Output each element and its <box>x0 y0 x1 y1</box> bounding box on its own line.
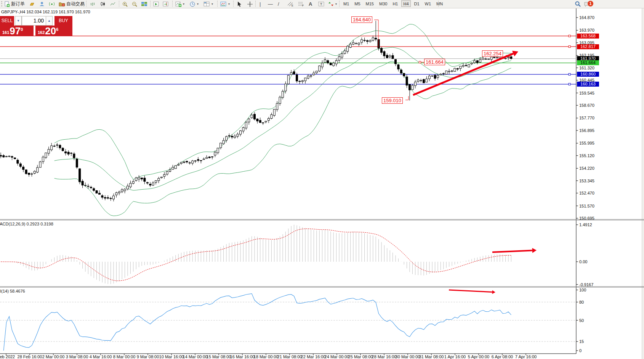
candle <box>169 170 171 171</box>
price-annotation-161.664[interactable]: 161.664 <box>424 59 445 65</box>
new-order-button[interactable]: 新订单 <box>4 0 25 8</box>
autotrade-button[interactable]: 自动交易 <box>59 0 85 8</box>
notification-badge[interactable]: 1 <box>588 1 593 6</box>
horizontal-line-icon: — <box>268 0 273 8</box>
line-chart-button[interactable] <box>110 0 116 8</box>
candle <box>265 121 267 122</box>
candle <box>426 79 428 82</box>
candle <box>28 173 30 175</box>
x-axis-date-label: 24 Mar 00:00 <box>325 354 349 359</box>
fibonacci-tool[interactable]: F <box>298 0 304 8</box>
chart-styles-button[interactable]: ▾ <box>220 0 230 8</box>
buy-price-display[interactable]: 162 20 6 <box>35 26 72 36</box>
hline-handle[interactable] <box>569 46 570 48</box>
equidistant-channel-tool[interactable]: E <box>287 0 294 8</box>
timeframe-d1[interactable]: D1 <box>412 0 421 7</box>
indicators-button[interactable]: ▾ <box>175 0 184 8</box>
candle <box>347 46 349 52</box>
crosshair-icon <box>247 1 253 7</box>
candle <box>442 74 444 74</box>
candle <box>180 162 182 163</box>
signals-button[interactable] <box>49 0 55 8</box>
zoom-out-button[interactable] <box>131 0 138 8</box>
x-axis-date-label: Feb 2022 <box>0 354 15 359</box>
trendline-icon: / <box>278 0 279 8</box>
timeframe-m15[interactable]: M15 <box>364 0 376 7</box>
chart-shift-icon <box>163 1 169 7</box>
candle <box>445 71 447 74</box>
candle <box>90 187 92 188</box>
timeframe-w1[interactable]: W1 <box>423 0 433 7</box>
x-axis-date-label: 1 Apr 16:00 <box>444 354 466 359</box>
timeframe-h4[interactable]: H4 <box>401 0 410 7</box>
tile-windows-button[interactable] <box>141 0 147 8</box>
vertical-line-tool[interactable]: | <box>260 0 261 8</box>
chart-shift-button[interactable] <box>163 0 169 8</box>
buy-button[interactable]: BUY <box>54 16 72 26</box>
sell-button[interactable]: SELL <box>0 16 14 26</box>
timeframe-mn[interactable]: MN <box>434 0 445 7</box>
volume-up-button[interactable]: ▲ <box>46 16 53 26</box>
search-button[interactable] <box>575 0 581 8</box>
auto-scroll-button[interactable] <box>153 0 159 8</box>
candlestick-chart-button[interactable] <box>100 0 106 8</box>
y-axis-tick: 157.770 <box>579 116 594 120</box>
candle <box>285 84 287 91</box>
text-tool[interactable]: A <box>309 0 312 8</box>
chart-styles-icon <box>220 1 227 7</box>
gold-button[interactable] <box>29 0 35 8</box>
price-annotation-159.010[interactable]: 159.010 <box>382 97 403 104</box>
horizontal-line-tool[interactable]: — <box>268 0 273 8</box>
candle <box>82 181 83 185</box>
timeframe-m1[interactable]: M1 <box>341 0 351 7</box>
trendline-tool[interactable]: / <box>278 0 279 8</box>
timeframe-h1[interactable]: H1 <box>391 0 400 7</box>
x-axis-date-label: 10 Mar 16:00 <box>159 354 184 359</box>
line-chart-icon <box>110 1 116 7</box>
templates-icon <box>203 1 210 7</box>
hline-handle[interactable] <box>569 35 570 37</box>
zoom-in-button[interactable] <box>122 0 128 8</box>
volume-down-button[interactable]: ▼ <box>15 16 22 26</box>
hline-handle[interactable] <box>569 73 570 75</box>
candle <box>11 156 13 157</box>
timeframe-m5[interactable]: M5 <box>352 0 362 7</box>
bar-chart-button[interactable] <box>90 0 96 8</box>
trend-arrow[interactable] <box>449 290 492 292</box>
community-button[interactable] <box>39 0 45 8</box>
x-axis-date-label: 3 Mar 08:00 <box>66 354 88 359</box>
periods-button[interactable]: ▾ <box>189 0 199 8</box>
x-axis-date-label: 16 Mar 16:00 <box>230 354 255 359</box>
candle <box>34 171 35 173</box>
candle <box>279 97 281 104</box>
toolbar-grip[interactable] <box>1 1 3 6</box>
crosshair-tool[interactable] <box>247 0 253 8</box>
volume-input[interactable]: 1.00 <box>22 16 46 26</box>
candle <box>290 72 292 74</box>
text-label-tool[interactable]: T <box>318 0 324 8</box>
auto-scroll-icon <box>153 1 159 7</box>
candle <box>440 74 442 75</box>
candle <box>237 134 239 137</box>
sell-price-display[interactable]: 161 97 0 <box>0 26 34 36</box>
candle <box>465 65 467 66</box>
candle <box>389 56 391 57</box>
price-annotation-164.640[interactable]: 164.640 <box>351 16 372 23</box>
candle <box>386 55 388 58</box>
candle <box>141 178 143 179</box>
price-annotation-162.254[interactable]: 162.254 <box>482 50 503 57</box>
candle <box>73 154 75 158</box>
arrows-tool[interactable]: ▾ <box>328 0 337 8</box>
candle <box>330 63 332 65</box>
cursor-tool[interactable] <box>237 0 242 8</box>
price-badge-162.817: 162.817 <box>577 44 599 49</box>
hline-handle[interactable] <box>569 83 570 85</box>
candle <box>107 198 109 198</box>
candle <box>310 76 312 76</box>
chart-canvas[interactable] <box>0 0 644 359</box>
trend-arrow[interactable] <box>492 250 532 252</box>
rsi-axis-tick: 50 <box>579 318 584 323</box>
templates-button[interactable]: ▾ <box>203 0 213 8</box>
svg-text:E: E <box>292 4 293 7</box>
timeframe-m30[interactable]: M30 <box>377 0 389 7</box>
